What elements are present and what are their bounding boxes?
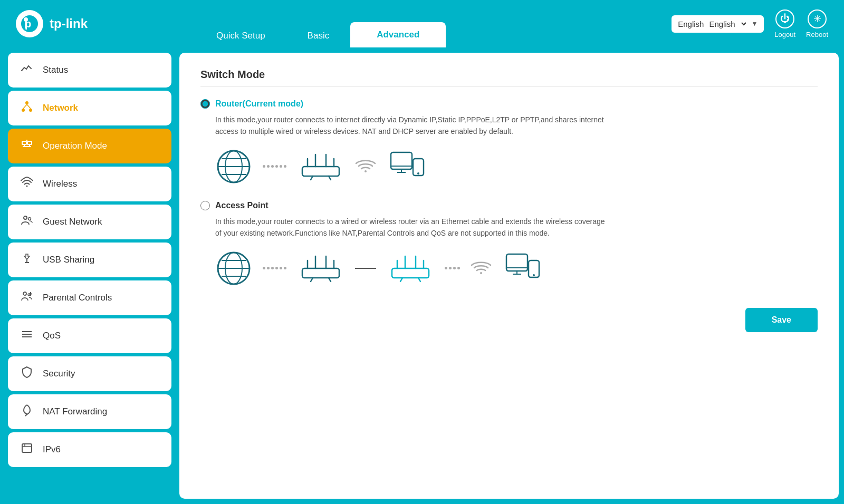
operation-mode-icon [20, 138, 34, 154]
tab-advanced[interactable]: Advanced [350, 22, 446, 47]
reboot-label: Reboot [806, 31, 828, 38]
sidebar-item-operation-mode[interactable]: Operation Mode [8, 129, 171, 163]
wired-router-icon [297, 250, 344, 287]
devices-icon-2 [502, 250, 542, 287]
tab-quick-setup[interactable]: Quick Setup [195, 24, 286, 47]
devices-icon-1 [387, 148, 426, 185]
svg-rect-69 [506, 254, 528, 271]
logout-label: Logout [774, 31, 795, 38]
svg-point-74 [533, 274, 535, 276]
svg-rect-9 [22, 141, 26, 144]
svg-rect-35 [302, 167, 339, 176]
save-area: Save [200, 308, 818, 332]
router-label[interactable]: Router(Current mode) [215, 99, 303, 109]
svg-rect-54 [302, 268, 339, 278]
globe-icon-2 [215, 250, 252, 287]
svg-point-6 [29, 109, 32, 112]
access-point-label[interactable]: Access Point [215, 201, 268, 210]
router-option-block: Router(Current mode) In this mode,your r… [200, 99, 818, 185]
sidebar: Status Network [0, 47, 179, 504]
svg-rect-61 [392, 268, 429, 278]
qos-icon [20, 328, 34, 344]
dot-connector-1 [263, 165, 286, 168]
svg-point-16 [24, 216, 27, 219]
logout-button[interactable]: ⏻ Logout [774, 9, 795, 38]
reboot-icon: ✳ [808, 9, 827, 28]
access-point-description: In this mode,your router connects to a w… [215, 216, 611, 239]
globe-icon-1 [215, 148, 252, 185]
language-selector[interactable]: English English 中文 Español Deutsch Franç… [672, 15, 764, 33]
dot-connector-3 [445, 267, 460, 269]
sidebar-label-ipv6: IPv6 [43, 444, 61, 455]
logo-area: p tp-link [16, 10, 195, 37]
sidebar-label-network: Network [43, 103, 78, 113]
nav-tabs: Quick Setup Basic Advanced [195, 0, 672, 47]
sidebar-label-operation-mode: Operation Mode [43, 141, 107, 151]
wifi-icon-2 [471, 258, 492, 279]
header-right: English English 中文 Español Deutsch Franç… [672, 9, 828, 38]
sidebar-item-nat-forwarding[interactable]: NAT Forwarding [8, 394, 171, 429]
sidebar-item-guest-network[interactable]: Guest Network [8, 205, 171, 239]
language-label: English [678, 20, 704, 28]
logo-icon: p [16, 10, 43, 37]
sidebar-item-network[interactable]: Network [8, 91, 171, 125]
guest-network-icon [20, 214, 34, 230]
parental-controls-icon [20, 290, 34, 306]
svg-point-5 [22, 109, 25, 112]
dot-connector-2 [263, 267, 286, 269]
solid-connector [355, 268, 376, 269]
router-radio[interactable] [200, 99, 210, 109]
sidebar-label-nat-forwarding: NAT Forwarding [43, 406, 107, 417]
reboot-button[interactable]: ✳ Reboot [806, 9, 828, 38]
svg-point-4 [25, 101, 28, 104]
access-point-option-block: Access Point In this mode,your router co… [200, 201, 818, 287]
svg-point-42 [365, 170, 367, 172]
svg-rect-10 [27, 141, 32, 144]
save-button[interactable]: Save [745, 308, 818, 332]
wireless-icon [20, 176, 34, 192]
router-option-header: Router(Current mode) [200, 99, 818, 109]
sidebar-item-security[interactable]: Security [8, 356, 171, 391]
nat-forwarding-icon [20, 404, 34, 420]
sidebar-item-parental-controls[interactable]: Parental Controls [8, 280, 171, 315]
title-divider [200, 86, 818, 86]
page-title: Switch Mode [200, 69, 818, 81]
sidebar-label-guest-network: Guest Network [43, 217, 102, 227]
usb-sharing-icon [20, 252, 34, 268]
svg-line-8 [27, 104, 31, 109]
sidebar-item-usb-sharing[interactable]: USB Sharing [8, 243, 171, 277]
tab-basic[interactable]: Basic [286, 24, 351, 47]
header: p tp-link Quick Setup Basic Advanced Eng… [0, 0, 844, 47]
logout-icon: ⏻ [775, 9, 794, 28]
svg-point-15 [26, 186, 28, 187]
svg-rect-27 [22, 444, 32, 452]
logo-text: tp-link [50, 16, 88, 31]
svg-point-17 [28, 218, 31, 220]
sidebar-label-usb-sharing: USB Sharing [43, 255, 94, 265]
sidebar-item-qos[interactable]: QoS [8, 318, 171, 353]
ipv6-icon [20, 442, 34, 458]
sidebar-label-wireless: Wireless [43, 179, 77, 189]
access-point-radio[interactable] [200, 201, 210, 210]
sidebar-label-status: Status [43, 65, 68, 75]
wifi-icon-1 [355, 156, 376, 177]
content-area: Switch Mode Router(Current mode) In this… [179, 53, 839, 499]
sidebar-label-qos: QoS [43, 331, 61, 341]
ap-diagram [215, 250, 818, 287]
network-icon [20, 100, 34, 116]
svg-point-48 [417, 172, 419, 175]
svg-line-7 [23, 104, 27, 109]
router-icon-1 [297, 148, 344, 185]
router-description: In this mode,your router connects to int… [215, 114, 611, 138]
svg-rect-43 [391, 152, 412, 169]
access-point-option-header: Access Point [200, 201, 818, 210]
sidebar-item-ipv6[interactable]: IPv6 [8, 432, 171, 467]
chevron-down-icon: ▼ [751, 20, 757, 27]
sidebar-item-wireless[interactable]: Wireless [8, 167, 171, 201]
svg-point-68 [480, 272, 482, 274]
sidebar-item-status[interactable]: Status [8, 53, 171, 88]
language-dropdown[interactable]: English 中文 Español Deutsch Français [707, 19, 748, 29]
main-layout: Status Network [0, 47, 844, 504]
router-diagram [215, 148, 818, 185]
sidebar-label-security: Security [43, 369, 75, 379]
